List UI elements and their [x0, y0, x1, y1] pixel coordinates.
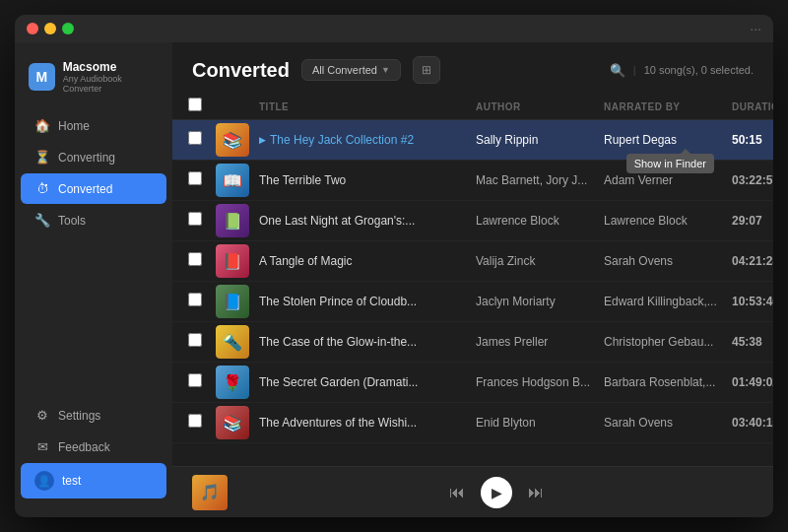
- converted-icon: ⏱: [34, 181, 50, 196]
- table-row[interactable]: 📚 ▶ The Hey Jack Collection #2 Sally Rip…: [172, 120, 773, 161]
- row-5-thumb: 📘: [216, 285, 249, 318]
- row-2-title: The Terrible Two: [259, 173, 476, 187]
- row-4-title: A Tangle of Magic: [259, 254, 476, 268]
- main-content: Converted All Converted ▼ ⊞ 🔍 | 10 song(…: [172, 42, 773, 517]
- sidebar-label-converting: Converting: [58, 151, 115, 165]
- row-8-checkbox[interactable]: [188, 414, 202, 428]
- row-7-thumb: 🌹: [216, 366, 249, 399]
- converting-icon: ⏳: [34, 150, 50, 165]
- row-3-thumb: 📗: [216, 204, 249, 237]
- sidebar-bottom: ⚙ Settings ✉ Feedback 👤 test: [15, 399, 172, 507]
- minimize-button[interactable]: [44, 23, 56, 34]
- row-6-title: The Case of the Glow-in-the...: [259, 335, 476, 349]
- menu-icon[interactable]: ···: [750, 21, 761, 36]
- row-6-thumb: 🔦: [216, 325, 249, 359]
- sidebar-label-tools: Tools: [58, 214, 86, 228]
- search-icon[interactable]: 🔍: [610, 63, 625, 78]
- sidebar-item-settings[interactable]: ⚙ Settings: [21, 400, 166, 431]
- grid-icon: ⊞: [422, 63, 431, 77]
- table-row[interactable]: 📘 The Stolen Prince of Cloudb... Jaclyn …: [172, 282, 773, 322]
- row-2-checkbox[interactable]: [188, 171, 202, 185]
- table-row[interactable]: 🔦 The Case of the Glow-in-the... James P…: [172, 322, 773, 363]
- next-button[interactable]: ⏭: [528, 484, 544, 501]
- row-5-title: The Stolen Prince of Cloudb...: [259, 295, 476, 308]
- row-3-checkbox[interactable]: [188, 212, 202, 226]
- row-4-checkbox[interactable]: [188, 252, 202, 266]
- player-bar: 🎵 ⏮ ▶ ⏭: [172, 466, 773, 517]
- close-button[interactable]: [27, 23, 38, 34]
- sidebar-item-feedback[interactable]: ✉ Feedback: [21, 432, 166, 462]
- row-8-narrator: Sarah Ovens: [604, 416, 732, 430]
- row-7-narrator: Barbara Rosenblat,...: [604, 375, 732, 389]
- sidebar-item-home[interactable]: 🏠 Home: [21, 110, 166, 141]
- row-4-thumb: 📕: [216, 244, 249, 278]
- narrator-col-header: Narrated by: [604, 101, 732, 112]
- player-music-icon: 🎵: [200, 483, 220, 501]
- fullscreen-button[interactable]: [62, 23, 74, 34]
- row-7-checkbox[interactable]: [188, 373, 202, 387]
- user-name: test: [62, 474, 81, 488]
- table-row[interactable]: 📚 The Adventures of the Wishi... Enid Bl…: [172, 403, 773, 443]
- row-4-narrator: Sarah Ovens: [604, 254, 732, 268]
- table-row[interactable]: 🌹 The Secret Garden (Dramati... Frances …: [172, 363, 773, 403]
- row-3-author: Lawrence Block: [476, 214, 604, 228]
- row-1-duration: 50:15: [732, 133, 773, 147]
- sidebar-item-converted[interactable]: ⏱ Converted: [21, 173, 166, 204]
- row-3-duration: 29:07: [732, 214, 773, 228]
- row-6-checkbox[interactable]: [188, 333, 202, 347]
- row-3-narrator: Lawrence Block: [604, 214, 732, 228]
- row-6-duration: 45:38: [732, 335, 773, 349]
- logo-text: Macsome Any Audiobook Converter: [63, 60, 159, 94]
- logo-icon: M: [29, 63, 55, 91]
- row-8-thumb: 📚: [216, 406, 249, 439]
- row-8-title: The Adventures of the Wishi...: [259, 416, 476, 430]
- row-7-title: The Secret Garden (Dramati...: [259, 375, 476, 389]
- app-window: ··· M Macsome Any Audiobook Converter 🏠 …: [15, 15, 773, 517]
- row-1-thumb: 📚: [216, 123, 249, 157]
- row-5-duration: 10:53:46: [732, 295, 773, 308]
- content-header: Converted All Converted ▼ ⊞ 🔍 | 10 song(…: [172, 42, 773, 94]
- song-count: 10 song(s), 0 selected.: [644, 64, 754, 76]
- row-1-checkbox[interactable]: [188, 131, 202, 145]
- sidebar-item-tools[interactable]: 🔧 Tools: [21, 205, 166, 235]
- select-all-checkbox[interactable]: [188, 98, 202, 111]
- traffic-lights: [27, 23, 74, 34]
- table-row[interactable]: 📗 One Last Night at Grogan's:... Lawrenc…: [172, 201, 773, 241]
- show-in-finder-tooltip: Show in Finder: [626, 154, 714, 173]
- row-8-author: Enid Blyton: [476, 416, 604, 430]
- grid-view-button[interactable]: ⊞: [413, 56, 440, 84]
- home-icon: 🏠: [34, 118, 50, 133]
- filter-label: All Converted: [312, 64, 377, 76]
- row-5-author: Jaclyn Moriarty: [476, 295, 604, 308]
- player-controls: ⏮ ▶ ⏭: [449, 477, 544, 508]
- sidebar-label-feedback: Feedback: [58, 440, 110, 454]
- play-pause-button[interactable]: ▶: [481, 477, 512, 508]
- settings-icon: ⚙: [34, 408, 50, 423]
- row-7-duration: 01:49:02: [732, 375, 773, 389]
- row-2-thumb: 📖: [216, 164, 249, 197]
- row-6-author: James Preller: [476, 335, 604, 349]
- player-album-art: 🎵: [192, 475, 228, 510]
- sidebar-label-settings: Settings: [58, 409, 100, 423]
- feedback-icon: ✉: [34, 439, 50, 454]
- row-2-narrator: Adam Verner: [604, 173, 732, 187]
- user-profile[interactable]: 👤 test: [21, 463, 166, 499]
- app-logo: M Macsome Any Audiobook Converter: [15, 52, 172, 109]
- header-right: 🔍 | 10 song(s), 0 selected.: [610, 63, 754, 78]
- row-1-title: ▶ The Hey Jack Collection #2: [259, 133, 476, 147]
- sidebar-item-converting[interactable]: ⏳ Converting: [21, 142, 166, 172]
- row-1-narrator: Rupert Degas: [604, 133, 732, 147]
- row-5-checkbox[interactable]: [188, 293, 202, 306]
- page-title: Converted: [192, 59, 290, 82]
- author-col-header: Author: [476, 101, 604, 112]
- row-5-narrator: Edward Killingback,...: [604, 295, 732, 308]
- table-header: TITLE Author Narrated by DURATION: [172, 94, 773, 120]
- table-row[interactable]: 📕 A Tangle of Magic Valija Zinck Sarah O…: [172, 241, 773, 282]
- prev-button[interactable]: ⏮: [449, 484, 465, 501]
- divider: |: [633, 64, 636, 76]
- user-avatar-icon: 👤: [34, 471, 54, 491]
- select-all-col: [188, 98, 216, 115]
- row-3-title: One Last Night at Grogan's:...: [259, 214, 476, 228]
- filter-dropdown[interactable]: All Converted ▼: [301, 59, 401, 81]
- sidebar-nav: 🏠 Home ⏳ Converting ⏱ Converted 🔧 Tools: [15, 109, 172, 399]
